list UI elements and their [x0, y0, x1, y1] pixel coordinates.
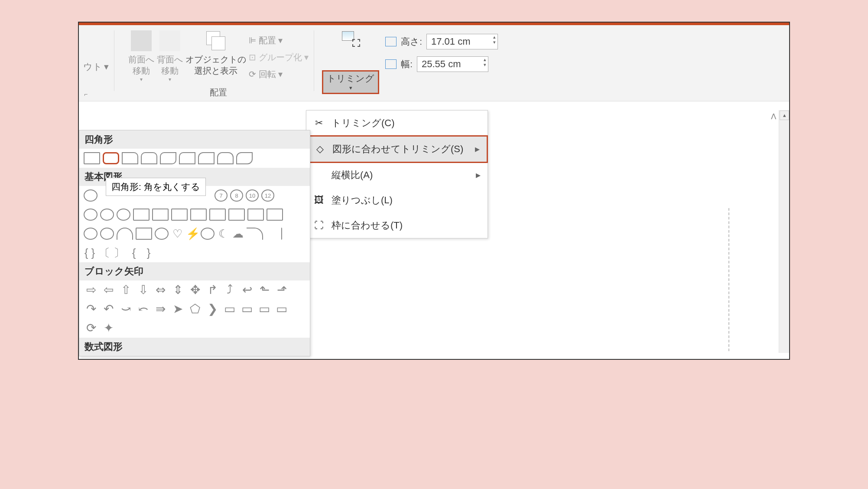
shape-uturn-arrow[interactable]: ↩ [240, 284, 254, 296]
shape-dodecagon[interactable]: 12 [261, 189, 274, 202]
shape-curved-down[interactable]: ⤺ [136, 303, 150, 315]
shape-heptagon[interactable]: 7 [215, 189, 228, 202]
shape-moon[interactable]: ☾ [217, 228, 229, 240]
shape-curved-right[interactable]: ↷ [84, 303, 98, 315]
shape-round-diag[interactable] [236, 152, 253, 164]
shape-right-brace[interactable]: } [143, 247, 155, 259]
width-input[interactable]: 25.55 cm [417, 56, 488, 72]
shape-right-bracket[interactable]: 〕 [113, 247, 125, 259]
shape-chord[interactable] [117, 209, 130, 221]
shape-plaque[interactable] [228, 209, 245, 221]
shape-bent-arrow[interactable]: ↱ [205, 284, 220, 296]
category-rectangles: 四角形 [79, 130, 310, 149]
shape-left-right-arrow[interactable]: ⇔ [153, 284, 168, 296]
crop-button[interactable]: トリミング ▾ [322, 70, 379, 94]
shape-snip-diag[interactable] [160, 152, 176, 164]
fill-icon: 🖼 [313, 195, 325, 206]
arrange-side-buttons: ⊫ 配置 ▾ ⊡ グループ化 ▾ ⟳ 回転 ▾ [249, 32, 309, 83]
group-button[interactable]: ⊡ グループ化 ▾ [249, 49, 309, 66]
send-backward-button[interactable]: 背面へ 移動 ▾ [157, 30, 183, 83]
shape-arc[interactable] [117, 228, 133, 240]
shape-left-brace[interactable]: { [128, 247, 140, 259]
menu-item-fit[interactable]: ⛶ 枠に合わせる(T) [306, 213, 488, 238]
shape-round-same[interactable] [217, 152, 234, 164]
shape-folded-corner[interactable] [136, 228, 152, 240]
shape-pentagon[interactable]: ⬠ [188, 303, 202, 315]
shape-curved-up[interactable]: ⤻ [118, 303, 133, 315]
shape-cloud[interactable]: ☁ [232, 228, 244, 240]
selection-pane-icon [205, 30, 226, 51]
size-group: トリミング ▾ 高さ: 17.01 cm 幅: 25.55 cm [319, 30, 498, 94]
shape-donut[interactable] [84, 228, 98, 240]
shape-cross[interactable] [209, 209, 226, 221]
width-label: 幅: [401, 58, 413, 70]
vertical-scrollbar[interactable]: ▴ [779, 110, 789, 353]
shape-down-arrow[interactable]: ⇩ [136, 284, 150, 296]
shape-pie[interactable] [84, 209, 98, 221]
shape-circular-arrow[interactable]: ⟳ [84, 322, 98, 334]
shape-chevron[interactable]: ❯ [205, 303, 220, 315]
menu-item-crop-to-shape[interactable]: ◇ 図形に合わせてトリミング(S) ▸ [306, 135, 488, 163]
shape-octagon[interactable]: 8 [230, 189, 243, 202]
shape-snip-same[interactable] [141, 152, 157, 164]
shape-left-bracket[interactable]: 〔 [98, 247, 111, 259]
shape-diagonal[interactable] [190, 209, 207, 221]
shape-decagon[interactable]: 10 [246, 189, 259, 202]
shape-double-brace[interactable]: { } [84, 247, 96, 259]
shape-right-arrow[interactable]: ⇨ [84, 284, 98, 296]
collapse-ribbon-icon[interactable]: ᐱ [771, 112, 776, 121]
menu-item-crop[interactable]: ✂ トリミング(C) [306, 111, 488, 136]
selection-pane-button[interactable]: オブジェクトの 選択と表示 [185, 30, 246, 76]
shape-rectangle[interactable] [84, 152, 100, 164]
fit-icon: ⛶ [313, 220, 325, 231]
shape-round-single[interactable] [198, 152, 215, 164]
shape-teardrop[interactable] [100, 209, 114, 221]
shape-cube[interactable] [267, 209, 283, 221]
dialog-launcher-icon[interactable]: ⌐ [84, 91, 88, 98]
shape-gallery: 四角形 基本図形 7 8 10 12 [79, 130, 310, 356]
shape-up-callout[interactable]: ▭ [274, 303, 289, 315]
rotate-button[interactable]: ⟳ 回転 ▾ [249, 66, 309, 83]
shape-quad-callout[interactable]: ✦ [101, 322, 116, 334]
shape-notched-right[interactable]: ➤ [170, 303, 185, 315]
shape-smiley[interactable] [155, 228, 169, 240]
shape-can[interactable] [247, 209, 264, 221]
category-block-arrows: ブロック矢印 [79, 262, 310, 280]
shape-corner-arrow[interactable]: ⤴ [222, 284, 237, 296]
shape-rounded-rectangle[interactable] [103, 152, 119, 164]
height-label: 高さ: [401, 36, 422, 48]
menu-item-fill[interactable]: 🖼 塗りつぶし(L) [306, 188, 488, 213]
scroll-up-button[interactable]: ▴ [780, 111, 789, 120]
shape-quad-arrow[interactable]: ✥ [188, 284, 202, 296]
menu-item-aspect-ratio[interactable]: 縦横比(A) ▸ [306, 163, 488, 188]
shape-no-symbol[interactable] [100, 228, 114, 240]
crop-icon [341, 30, 360, 49]
height-input[interactable]: 17.01 cm [426, 34, 498, 49]
shape-sun[interactable] [201, 228, 215, 240]
shape-striped-right[interactable]: ⇛ [153, 303, 168, 315]
shape-up-down-arrow[interactable]: ⇕ [170, 284, 185, 296]
shape-frame[interactable] [133, 209, 150, 221]
shape-lightning[interactable]: ⚡ [186, 228, 198, 240]
shape-snip-round[interactable] [179, 152, 195, 164]
align-button[interactable]: ⊫ 配置 ▾ [249, 32, 309, 49]
shape-left-arrow[interactable]: ⇦ [101, 284, 116, 296]
shape-up-arrow[interactable]: ⇧ [118, 284, 133, 296]
shape-left-up-arrow[interactable]: ⬑ [257, 284, 272, 296]
slide-guide [728, 208, 729, 351]
bring-forward-button[interactable]: 前面へ 移動 ▾ [128, 30, 154, 83]
shape-arc2[interactable] [247, 228, 263, 240]
shape-bent-up-arrow[interactable]: ⬏ [274, 284, 289, 296]
shape-snip-single[interactable] [122, 152, 138, 164]
shape-right-callout[interactable]: ▭ [222, 303, 237, 315]
shape-heart[interactable]: ♡ [171, 228, 183, 240]
shape-l-shape[interactable] [171, 209, 188, 221]
shape-bracket[interactable] [266, 228, 282, 240]
shape-oval[interactable] [84, 189, 98, 202]
shape-curved-left[interactable]: ↶ [101, 303, 116, 315]
layout-button-partial[interactable]: ウト▾ [83, 30, 109, 73]
shape-half-frame[interactable] [152, 209, 169, 221]
shape-left-callout[interactable]: ▭ [257, 303, 272, 315]
bring-forward-icon [131, 30, 152, 51]
shape-down-callout[interactable]: ▭ [240, 303, 254, 315]
